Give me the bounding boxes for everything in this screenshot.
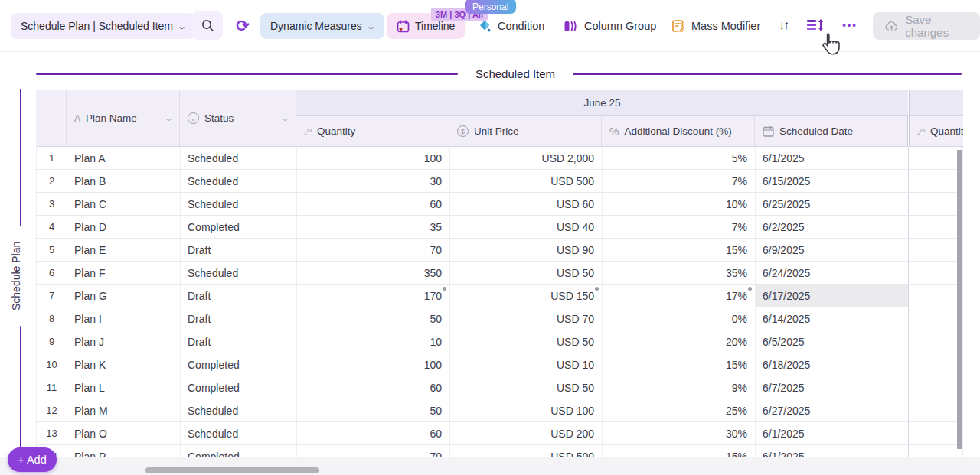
column-header-quantity[interactable]: ₁²³ Quantity <box>296 116 449 147</box>
cell-price[interactable]: USD 60 <box>450 193 603 215</box>
column-header-quantity-next[interactable]: ₁²³ Quantity <box>909 116 963 147</box>
cell-discount[interactable]: 7% <box>603 216 756 238</box>
column-group-button[interactable]: Column Group <box>564 17 656 35</box>
cell-plan[interactable]: Plan A <box>67 147 181 169</box>
cell-status[interactable]: Completed <box>181 376 297 399</box>
chevron-down-icon[interactable]: ⌄ <box>280 114 290 122</box>
cell-plan[interactable]: Plan I <box>67 307 181 330</box>
cell-price[interactable]: USD 10 <box>450 353 603 376</box>
cell-date[interactable]: 6/14/2025 <box>756 307 909 330</box>
cell-num[interactable]: 11 <box>37 376 67 399</box>
cell-date[interactable]: 6/1/2025 <box>756 422 909 444</box>
cell-extra[interactable] <box>909 307 963 330</box>
cell-extra[interactable] <box>909 445 963 457</box>
cell-date[interactable]: 6/2/2025 <box>756 216 909 238</box>
cell-num[interactable]: 10 <box>37 353 67 376</box>
cell-discount[interactable]: 7% <box>603 170 756 192</box>
cell-extra[interactable] <box>909 193 963 215</box>
cell-qty[interactable]: 10 <box>297 330 450 353</box>
cell-discount[interactable]: 15% <box>603 239 756 261</box>
cell-date[interactable]: 6/25/2025 <box>756 193 909 215</box>
cell-qty[interactable]: 60 <box>297 376 450 399</box>
cell-qty[interactable]: 100 <box>297 353 450 376</box>
cell-discount[interactable]: 0% <box>603 307 756 330</box>
cell-qty[interactable]: 60 <box>297 193 450 215</box>
cell-num[interactable]: 7 <box>37 285 67 307</box>
mass-modifier-button[interactable]: Mass Modifier <box>671 17 760 35</box>
cell-qty[interactable]: 170 <box>297 285 450 307</box>
cell-discount[interactable]: 17% <box>603 285 756 307</box>
cell-plan[interactable]: Plan E <box>67 239 181 261</box>
cell-extra[interactable] <box>909 285 963 307</box>
cell-status[interactable]: Scheduled <box>181 399 297 421</box>
column-header-unit-price[interactable]: $ Unit Price <box>449 116 602 147</box>
cell-discount[interactable]: 35% <box>603 262 756 284</box>
cell-plan[interactable]: Plan K <box>67 353 181 376</box>
cell-num[interactable]: 13 <box>37 422 67 444</box>
cell-qty[interactable]: 350 <box>297 262 450 284</box>
cell-status[interactable]: Scheduled <box>181 193 297 215</box>
cell-extra[interactable] <box>909 262 963 284</box>
cell-plan[interactable]: Plan B <box>67 170 181 192</box>
cell-price[interactable]: USD 50 <box>450 330 603 353</box>
cell-date[interactable]: 6/18/2025 <box>756 353 909 376</box>
cell-num[interactable]: 1 <box>37 147 67 169</box>
cell-date[interactable]: 6/1/2025 <box>756 147 909 169</box>
column-header-status[interactable]: ⌄ Status ⌄ <box>180 90 296 147</box>
cell-num[interactable]: 6 <box>37 262 67 284</box>
cell-plan[interactable]: Plan J <box>67 330 181 353</box>
column-group-header-next[interactable] <box>909 90 963 116</box>
cell-status[interactable]: Scheduled <box>181 170 297 192</box>
cell-num[interactable]: 2 <box>37 170 67 192</box>
vertical-scrollbar[interactable] <box>957 150 962 449</box>
cell-qty[interactable]: 100 <box>297 147 450 169</box>
cell-price[interactable]: USD 200 <box>450 422 603 444</box>
cell-status[interactable]: Draft <box>181 307 297 330</box>
cell-plan[interactable]: Plan C <box>67 193 181 215</box>
cell-num[interactable]: 5 <box>37 239 67 261</box>
cell-price[interactable]: USD 40 <box>450 216 603 238</box>
cell-status[interactable]: Draft <box>181 239 297 261</box>
column-header-scheduled-date[interactable]: Scheduled Date <box>755 116 908 147</box>
cell-plan[interactable]: Plan F <box>67 262 181 284</box>
cell-extra[interactable] <box>909 399 963 421</box>
cell-status[interactable]: Draft <box>181 330 297 353</box>
cell-status[interactable]: Completed <box>181 216 297 238</box>
cell-status[interactable]: Completed <box>181 353 297 376</box>
cell-date[interactable]: 6/17/2025 <box>756 285 909 307</box>
add-record-button[interactable]: + Add <box>8 447 57 472</box>
cell-extra[interactable] <box>909 353 963 376</box>
save-changes-button[interactable]: Save changes <box>873 12 980 40</box>
chevron-down-icon[interactable]: ⌄ <box>164 114 174 122</box>
cell-discount[interactable]: 9% <box>603 376 756 399</box>
cell-price[interactable]: USD 500 <box>450 445 603 457</box>
cell-date[interactable]: 6/7/2025 <box>756 376 909 399</box>
cell-extra[interactable] <box>909 330 963 353</box>
cell-extra[interactable] <box>909 170 963 192</box>
cell-status[interactable]: Scheduled <box>181 147 297 169</box>
cell-num[interactable]: 8 <box>37 307 67 330</box>
column-group-header-june-25[interactable]: June 25 <box>296 90 908 116</box>
refresh-button[interactable]: ⟳ <box>232 15 253 37</box>
cell-discount[interactable]: 15% <box>603 445 756 457</box>
search-button[interactable] <box>192 11 223 40</box>
cell-date[interactable]: 6/1/2025 <box>756 445 909 457</box>
more-options-button[interactable]: ••• <box>839 14 861 35</box>
cell-discount[interactable]: 20% <box>603 330 756 353</box>
condition-button[interactable]: Condition <box>478 17 544 35</box>
horizontal-scrollbar[interactable] <box>145 467 319 473</box>
cell-date[interactable]: 6/24/2025 <box>756 262 909 284</box>
cell-num[interactable]: 12 <box>37 399 67 421</box>
cell-plan[interactable]: Plan L <box>67 376 181 399</box>
cell-plan[interactable]: Plan D <box>67 216 181 238</box>
cell-extra[interactable] <box>909 422 963 444</box>
cell-plan[interactable]: Plan G <box>67 285 181 307</box>
cell-price[interactable]: USD 50 <box>450 376 603 399</box>
cell-discount[interactable]: 15% <box>603 353 756 376</box>
cell-discount[interactable]: 10% <box>603 193 756 215</box>
cell-qty[interactable]: 35 <box>297 216 450 238</box>
column-header-plan-name[interactable]: A Plan Name ⌄ <box>67 90 180 147</box>
cell-price[interactable]: USD 500 <box>450 170 603 192</box>
cell-extra[interactable] <box>909 147 963 169</box>
dynamic-measures-dropdown[interactable]: Dynamic Measures ⌄ <box>260 13 384 39</box>
